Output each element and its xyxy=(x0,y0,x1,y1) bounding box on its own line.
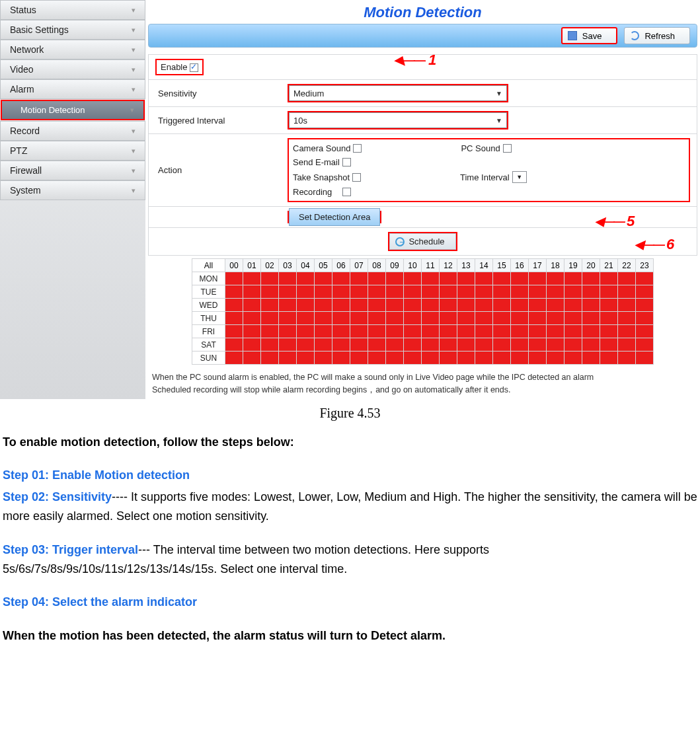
schedule-cell[interactable] xyxy=(529,272,547,285)
schedule-cell[interactable] xyxy=(636,325,654,338)
schedule-cell[interactable] xyxy=(457,299,475,312)
schedule-cell[interactable] xyxy=(315,285,332,299)
schedule-all-cell[interactable]: All xyxy=(192,259,225,272)
schedule-cell[interactable] xyxy=(547,325,564,338)
schedule-cell[interactable] xyxy=(422,312,440,325)
schedule-cell[interactable] xyxy=(404,299,422,312)
time-interval-select[interactable]: ▼ xyxy=(512,171,527,183)
schedule-cell[interactable] xyxy=(243,338,261,352)
schedule-cell[interactable] xyxy=(368,338,386,352)
schedule-cell[interactable] xyxy=(618,338,636,352)
schedule-cell[interactable] xyxy=(332,272,350,285)
schedule-cell[interactable] xyxy=(225,299,243,312)
schedule-cell[interactable] xyxy=(350,325,368,338)
schedule-cell[interactable] xyxy=(564,272,582,285)
schedule-cell[interactable] xyxy=(225,312,243,325)
schedule-cell[interactable] xyxy=(600,272,618,285)
schedule-cell[interactable] xyxy=(547,312,564,325)
schedule-cell[interactable] xyxy=(422,325,440,338)
schedule-cell[interactable] xyxy=(440,272,457,285)
sidebar-item-basic-settings[interactable]: Basic Settings▾ xyxy=(0,20,145,40)
refresh-button[interactable]: Refresh xyxy=(624,27,690,44)
schedule-cell[interactable] xyxy=(547,299,564,312)
schedule-cell[interactable] xyxy=(493,272,511,285)
schedule-cell[interactable] xyxy=(564,325,582,338)
schedule-cell[interactable] xyxy=(386,352,404,365)
schedule-cell[interactable] xyxy=(315,338,332,352)
send-email-checkbox[interactable] xyxy=(342,158,351,166)
schedule-cell[interactable] xyxy=(475,312,493,325)
schedule-cell[interactable] xyxy=(368,285,386,299)
schedule-cell[interactable] xyxy=(422,272,440,285)
schedule-cell[interactable] xyxy=(529,312,547,325)
schedule-cell[interactable] xyxy=(457,285,475,299)
pc-sound-checkbox[interactable] xyxy=(503,144,512,153)
schedule-cell[interactable] xyxy=(511,352,529,365)
schedule-cell[interactable] xyxy=(475,272,493,285)
schedule-cell[interactable] xyxy=(457,325,475,338)
schedule-cell[interactable] xyxy=(564,352,582,365)
schedule-cell[interactable] xyxy=(297,352,315,365)
schedule-cell[interactable] xyxy=(618,312,636,325)
schedule-cell[interactable] xyxy=(261,299,279,312)
schedule-cell[interactable] xyxy=(225,285,243,299)
schedule-cell[interactable] xyxy=(564,285,582,299)
schedule-cell[interactable] xyxy=(297,338,315,352)
schedule-cell[interactable] xyxy=(529,299,547,312)
schedule-cell[interactable] xyxy=(511,338,529,352)
schedule-cell[interactable] xyxy=(368,312,386,325)
set-detection-area-button[interactable]: Set Detection Area xyxy=(289,208,380,226)
schedule-cell[interactable] xyxy=(475,299,493,312)
schedule-cell[interactable] xyxy=(261,338,279,352)
sidebar-item-status[interactable]: Status▾ xyxy=(0,0,145,20)
schedule-cell[interactable] xyxy=(475,325,493,338)
schedule-cell[interactable] xyxy=(350,352,368,365)
schedule-cell[interactable] xyxy=(636,312,654,325)
schedule-cell[interactable] xyxy=(315,325,332,338)
schedule-cell[interactable] xyxy=(457,272,475,285)
schedule-cell[interactable] xyxy=(404,325,422,338)
sidebar-item-alarm[interactable]: Alarm▾ xyxy=(0,79,145,99)
schedule-cell[interactable] xyxy=(297,312,315,325)
schedule-cell[interactable] xyxy=(332,312,350,325)
schedule-cell[interactable] xyxy=(315,299,332,312)
schedule-cell[interactable] xyxy=(511,272,529,285)
schedule-cell[interactable] xyxy=(386,325,404,338)
schedule-cell[interactable] xyxy=(564,338,582,352)
schedule-cell[interactable] xyxy=(547,285,564,299)
schedule-cell[interactable] xyxy=(582,272,600,285)
schedule-cell[interactable] xyxy=(564,312,582,325)
schedule-cell[interactable] xyxy=(582,338,600,352)
schedule-cell[interactable] xyxy=(511,299,529,312)
schedule-cell[interactable] xyxy=(279,299,297,312)
sidebar-item-ptz[interactable]: PTZ▾ xyxy=(0,141,145,161)
schedule-cell[interactable] xyxy=(297,285,315,299)
schedule-cell[interactable] xyxy=(225,325,243,338)
schedule-cell[interactable] xyxy=(529,338,547,352)
enable-checkbox[interactable] xyxy=(190,63,198,72)
schedule-cell[interactable] xyxy=(547,352,564,365)
schedule-cell[interactable] xyxy=(404,352,422,365)
schedule-cell[interactable] xyxy=(386,272,404,285)
schedule-cell[interactable] xyxy=(243,325,261,338)
schedule-cell[interactable] xyxy=(315,352,332,365)
schedule-cell[interactable] xyxy=(511,325,529,338)
schedule-cell[interactable] xyxy=(600,299,618,312)
schedule-cell[interactable] xyxy=(404,272,422,285)
sidebar-item-firewall[interactable]: Firewall▾ xyxy=(0,161,145,180)
schedule-cell[interactable] xyxy=(529,325,547,338)
schedule-cell[interactable] xyxy=(279,285,297,299)
schedule-cell[interactable] xyxy=(386,312,404,325)
schedule-cell[interactable] xyxy=(332,338,350,352)
schedule-cell[interactable] xyxy=(511,312,529,325)
schedule-cell[interactable] xyxy=(636,285,654,299)
schedule-cell[interactable] xyxy=(261,325,279,338)
schedule-cell[interactable] xyxy=(600,285,618,299)
schedule-cell[interactable] xyxy=(493,299,511,312)
sensitivity-select[interactable]: Medium▼ xyxy=(289,85,507,101)
schedule-cell[interactable] xyxy=(386,299,404,312)
schedule-cell[interactable] xyxy=(582,352,600,365)
schedule-cell[interactable] xyxy=(332,285,350,299)
schedule-cell[interactable] xyxy=(547,272,564,285)
schedule-cell[interactable] xyxy=(279,352,297,365)
